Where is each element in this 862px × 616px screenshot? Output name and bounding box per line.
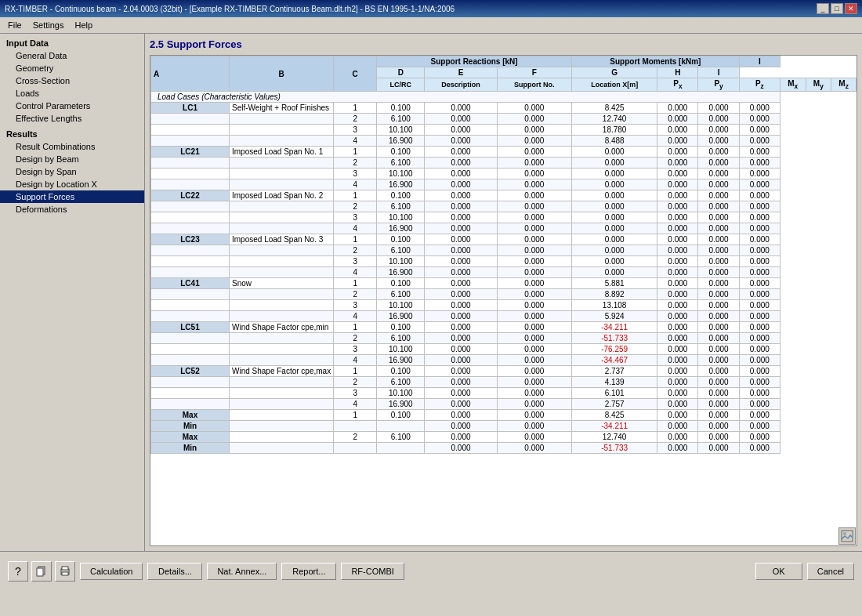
menu-file[interactable]: File	[3, 19, 27, 31]
table-cell: 0.000	[497, 355, 571, 366]
table-cell: 10.100	[377, 388, 425, 399]
table-cell: 0.000	[739, 388, 780, 399]
corner-icon[interactable]	[838, 527, 856, 545]
table-cell: 0.000	[497, 245, 571, 256]
table-cell: 0.000	[572, 147, 657, 158]
col-header-py-label: Py	[698, 78, 739, 92]
summary-row: Max26.1000.0000.00012.7400.0000.0000.000	[151, 432, 857, 443]
table-cell: 0.000	[497, 103, 571, 114]
table-cell	[230, 212, 334, 223]
table-cell: 0.000	[657, 168, 698, 179]
menu-help[interactable]: Help	[70, 19, 97, 31]
sidebar-item-design-by-beam[interactable]: Design by Beam	[0, 153, 144, 165]
menu-settings[interactable]: Settings	[28, 19, 69, 31]
table-row: 416.9000.0000.0002.7570.0000.0000.000	[151, 399, 857, 410]
table-cell: 0.000	[657, 355, 698, 366]
col-header-lc-rc: LC/RC	[377, 78, 425, 92]
toolbar-left: ?	[8, 561, 75, 582]
print-button[interactable]	[55, 561, 75, 582]
table-cell: 0.000	[572, 179, 657, 190]
desc-cell: Snow	[230, 278, 334, 289]
table-cell: 0.000	[425, 344, 497, 355]
sidebar-item-result-combinations[interactable]: Result Combinations	[0, 140, 144, 153]
minimize-button[interactable]: _	[817, 3, 829, 14]
window-controls[interactable]: _ □ ✕	[817, 3, 857, 14]
table-cell: 0.000	[657, 322, 698, 333]
table-cell: 12.740	[572, 114, 657, 125]
table-cell: 0.100	[377, 410, 425, 421]
content-title: 2.5 Support Forces	[150, 38, 857, 50]
sidebar-item-effective-lengths[interactable]: Effective Lengths	[0, 112, 144, 125]
table-cell: 2	[334, 289, 377, 300]
table-cell: 0.000	[425, 355, 497, 366]
table-cell: 0.000	[497, 388, 571, 399]
help-button[interactable]: ?	[8, 561, 28, 582]
table-cell: 0.000	[657, 333, 698, 344]
col-header-pz-label: Pz	[739, 78, 780, 92]
desc-cell: Self-Weight + Roof Finishes	[230, 103, 334, 114]
sidebar-item-geometry[interactable]: Geometry	[0, 62, 144, 74]
table-cell: 18.780	[572, 125, 657, 136]
table-cell: 0.000	[698, 366, 739, 377]
table-cell	[230, 355, 334, 366]
sidebar-item-support-forces[interactable]: Support Forces	[0, 190, 144, 203]
table-cell: 5.924	[572, 311, 657, 322]
table-cell: 0.000	[572, 234, 657, 245]
table-cell: 0.000	[739, 443, 780, 454]
copy-button[interactable]	[31, 561, 52, 582]
table-cell: 0.000	[425, 223, 497, 234]
table-cell: 0.000	[657, 212, 698, 223]
sidebar-item-loads[interactable]: Loads	[0, 87, 144, 100]
bottom-toolbar: ? Calculation Details... Nat. Annex... R…	[0, 551, 862, 590]
table-cell	[151, 289, 230, 300]
maximize-button[interactable]: □	[831, 3, 843, 14]
table-cell	[230, 333, 334, 344]
table-cell: 0.000	[497, 147, 571, 158]
nat-annex-button[interactable]: Nat. Annex...	[207, 563, 277, 580]
table-cell: 16.900	[377, 179, 425, 190]
table-cell: 0.000	[698, 344, 739, 355]
calculation-button[interactable]: Calculation	[80, 563, 143, 580]
table-cell: 6.100	[377, 245, 425, 256]
details-button[interactable]: Details...	[147, 563, 202, 580]
table-cell: 0.000	[698, 300, 739, 311]
sidebar-item-general-data[interactable]: General Data	[0, 49, 144, 62]
report-button[interactable]: Report...	[281, 563, 336, 580]
table-cell: 8.425	[572, 410, 657, 421]
table-cell: 0.000	[657, 223, 698, 234]
desc-cell: Wind Shape Factor cpe,min	[230, 322, 334, 333]
sidebar-item-cross-section[interactable]: Cross-Section	[0, 74, 144, 87]
table-cell	[230, 245, 334, 256]
desc-cell: Imposed Load Span No. 2	[230, 190, 334, 201]
lc-cell: LC22	[151, 190, 230, 201]
table-cell	[230, 410, 334, 421]
table-cell: 0.000	[425, 190, 497, 201]
table-cell: 0.000	[739, 114, 780, 125]
data-table-container[interactable]: A B C Support Reactions [kN] Support Mom…	[150, 55, 857, 546]
table-cell: 0.000	[698, 355, 739, 366]
table-cell: 8.488	[572, 136, 657, 147]
ok-button[interactable]: OK	[755, 563, 802, 580]
table-cell: 0.000	[425, 432, 497, 443]
table-cell: 0.000	[425, 322, 497, 333]
sidebar-item-deformations[interactable]: Deformations	[0, 203, 144, 216]
table-cell: 0.000	[739, 300, 780, 311]
table-cell: 1	[334, 278, 377, 289]
table-cell: 0.000	[497, 168, 571, 179]
table-row: LC52Wind Shape Factor cpe,max10.1000.000…	[151, 366, 857, 377]
table-cell: 0.000	[425, 168, 497, 179]
cancel-button[interactable]: Cancel	[807, 563, 854, 580]
sidebar-item-design-by-span[interactable]: Design by Span	[0, 165, 144, 178]
main-content: Input Data General Data Geometry Cross-S…	[0, 34, 862, 551]
sidebar-item-design-by-location[interactable]: Design by Location X	[0, 178, 144, 190]
table-cell: 0.000	[698, 234, 739, 245]
table-row: 310.1000.0000.0000.0000.0000.0000.000	[151, 168, 857, 179]
table-cell	[230, 136, 334, 147]
table-row: 310.1000.0000.0000.0000.0000.0000.000	[151, 212, 857, 223]
rf-combi-button[interactable]: RF-COMBI	[341, 563, 404, 580]
table-cell: 2	[334, 114, 377, 125]
close-button[interactable]: ✕	[845, 3, 857, 14]
sidebar-item-control-parameters[interactable]: Control Parameters	[0, 100, 144, 112]
table-cell: 4	[334, 179, 377, 190]
table-cell: 0.000	[698, 245, 739, 256]
